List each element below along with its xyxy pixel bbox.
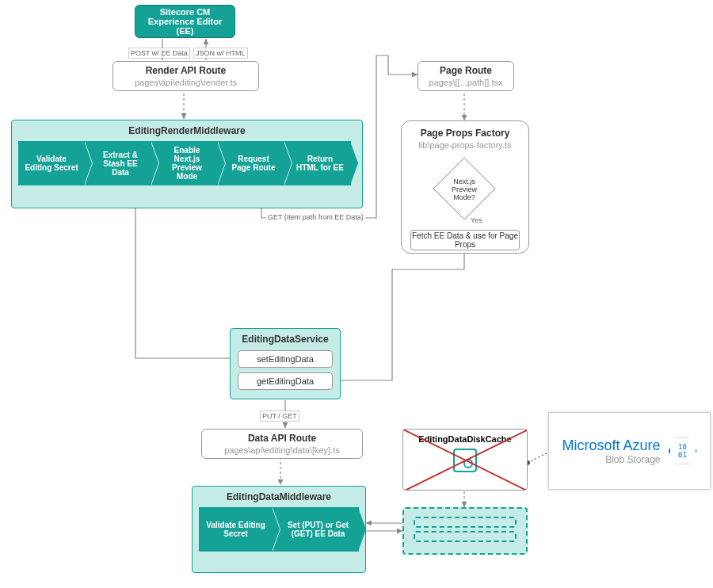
svg-line-13 — [403, 430, 527, 490]
node-page-route: Page Route pages\[[...path]].tsx — [418, 61, 514, 91]
edge-label-put-get: PUT / GET — [260, 410, 299, 422]
node-fetch-ee-data: Fetch EE Data & use for Page Props — [410, 230, 520, 250]
node-azure-blob: Microsoft Azure Blob Storage 10 01 — [548, 412, 711, 490]
page-props-title: Page Props Factory — [406, 128, 524, 139]
node-sitecore-cm-label: Sitecore CM Experience Editor (EE) — [140, 7, 230, 36]
chevron-request-page: Request Page Route — [218, 141, 284, 185]
node-data-api-route: Data API Route pages\api\editing\data\[k… — [201, 429, 363, 459]
render-api-sub: pages\api\editing\render.ts — [118, 78, 254, 87]
chevron-validate-secret-2: Validate Editing Secret — [199, 507, 273, 552]
edge-label-get-item-path: GET (Item path from EE Data) — [266, 212, 365, 222]
node-editing-data-disk-cache: EditingDataDiskCache — [402, 429, 528, 491]
fetch-ee-text: Fetch EE Data & use for Page Props — [411, 231, 519, 249]
edge-label-post-ee: POST w/ EE Data — [128, 48, 190, 59]
node-editing-render-middleware: EditingRenderMiddleware Validate Editing… — [11, 120, 363, 208]
data-api-title: Data API Route — [207, 433, 357, 444]
chevron-validate-secret: Validate Editing Secret — [18, 141, 85, 185]
node-sitecore-cm: Sitecore CM Experience Editor (EE) — [135, 5, 235, 38]
svg-line-11 — [528, 452, 548, 463]
azure-main-label: Microsoft Azure — [562, 437, 660, 454]
page-route-sub: pages\[[...path]].tsx — [423, 78, 509, 87]
chevron-enable-preview: Enable Next.js Preview Mode — [151, 141, 218, 185]
cross-out-icon — [403, 430, 527, 490]
chevron-extract-stash: Extract & Stash EE Data — [85, 141, 151, 185]
azure-text: Microsoft Azure Blob Storage — [562, 437, 660, 465]
page-props-sub: lib\page-props-factory.ts — [406, 140, 524, 150]
azure-sub-label: Blob Storage — [562, 454, 660, 465]
decision-yes-label: Yes — [469, 216, 484, 225]
method-get-editing-data: getEditingData — [238, 372, 333, 390]
render-api-title: Render API Route — [118, 65, 254, 76]
editing-data-service-title: EditingDataService — [231, 329, 340, 349]
node-replacement-cache — [402, 507, 528, 555]
replacement-slot-1 — [414, 517, 517, 528]
method-set-editing-data: setEditingData — [238, 350, 333, 368]
data-api-sub: pages\api\editing\data\[key].ts — [207, 445, 357, 455]
chevron-return-html: Return HTML for EE — [284, 141, 351, 185]
editing-data-mw-title: EditingDataMiddleware — [193, 487, 365, 507]
svg-line-10 — [528, 452, 548, 463]
decision-text: Next.js Preview Mode? — [442, 167, 486, 212]
replacement-slot-2 — [414, 531, 517, 542]
chevron-set-get-ee: Set (PUT) or Get (GET) EE Data — [273, 507, 359, 552]
editing-render-mw-title: EditingRenderMiddleware — [12, 120, 362, 141]
azure-blob-icon: 10 01 — [669, 437, 697, 465]
render-mw-steps: Validate Editing Secret Extract & Stash … — [18, 141, 356, 185]
node-editing-data-middleware: EditingDataMiddleware Validate Editing S… — [192, 486, 366, 573]
page-route-title: Page Route — [423, 65, 509, 76]
edge-label-json-html: JSON w/ HTML — [193, 48, 248, 59]
node-render-api: Render API Route pages\api\editing\rende… — [112, 61, 259, 91]
data-mw-steps: Validate Editing Secret Set (PUT) or Get… — [199, 507, 359, 552]
